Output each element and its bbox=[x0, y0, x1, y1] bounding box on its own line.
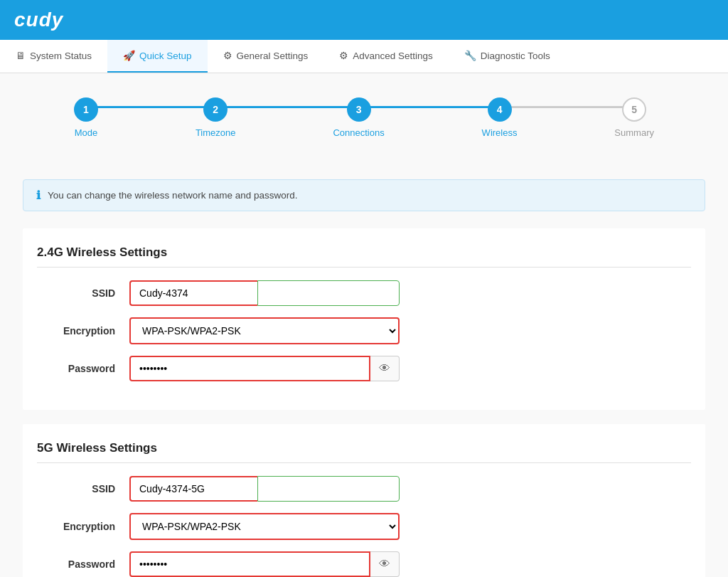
tab-diagnostic-tools[interactable]: 🔧 Diagnostic Tools bbox=[449, 40, 566, 73]
logo: cudy bbox=[14, 9, 63, 31]
step-circle-timezone: 2 bbox=[203, 97, 228, 122]
step-label-summary: Summary bbox=[614, 127, 654, 138]
encryption-5g-row: Encryption WPA-PSK/WPA2-PSK WPA2-PSK WPA… bbox=[37, 513, 691, 540]
password-24g-input[interactable] bbox=[129, 356, 370, 381]
toggle-password-24g-button[interactable]: 👁 bbox=[370, 356, 400, 381]
password-5g-field: 👁 bbox=[129, 551, 400, 577]
general-settings-icon: ⚙ bbox=[223, 50, 232, 61]
section-24g: 2.4G Wireless Settings SSID Encryption W… bbox=[23, 228, 705, 410]
step-wireless[interactable]: 4 Wireless bbox=[482, 97, 518, 138]
section-5g: 5G Wireless Settings SSID Encryption WPA… bbox=[23, 424, 705, 577]
step-mode[interactable]: 1 Mode bbox=[74, 97, 98, 138]
step-timezone[interactable]: 2 Timezone bbox=[196, 97, 236, 138]
ssid-5g-extra-input[interactable] bbox=[257, 476, 400, 502]
encryption-5g-label: Encryption bbox=[37, 521, 129, 532]
section-24g-title: 2.4G Wireless Settings bbox=[37, 245, 691, 268]
step-label-mode: Mode bbox=[75, 127, 98, 138]
step-summary[interactable]: 5 Summary bbox=[614, 97, 654, 138]
password-5g-label: Password bbox=[37, 559, 129, 570]
main-content: 1 Mode 2 Timezone 3 Connections 4 bbox=[0, 73, 728, 577]
tab-general-settings[interactable]: ⚙ General Settings bbox=[208, 40, 324, 73]
info-box: ℹ You can change the wireless network na… bbox=[23, 179, 705, 211]
encryption-5g-field: WPA-PSK/WPA2-PSK WPA2-PSK WPA3-SAE None bbox=[129, 513, 400, 540]
ssid-5g-field bbox=[129, 476, 400, 502]
step-label-wireless: Wireless bbox=[482, 127, 518, 138]
step-circle-summary: 5 bbox=[622, 97, 646, 122]
info-icon: ℹ bbox=[36, 189, 41, 202]
ssid-24g-row: SSID bbox=[37, 280, 691, 306]
diagnostic-tools-icon: 🔧 bbox=[464, 50, 476, 61]
password-5g-input[interactable] bbox=[129, 551, 370, 577]
encryption-5g-select[interactable]: WPA-PSK/WPA2-PSK WPA2-PSK WPA3-SAE None bbox=[129, 513, 400, 540]
steps-container: 1 Mode 2 Timezone 3 Connections 4 bbox=[74, 97, 654, 138]
advanced-settings-icon: ⚙ bbox=[339, 50, 348, 61]
password-24g-row: Password 👁 bbox=[37, 356, 691, 381]
ssid-24g-label: SSID bbox=[37, 287, 129, 299]
tab-quick-setup[interactable]: 🚀 Quick Setup bbox=[107, 40, 208, 73]
ssid-24g-input[interactable] bbox=[129, 280, 257, 306]
password-5g-row: Password 👁 bbox=[37, 551, 691, 577]
eye-24g-icon: 👁 bbox=[379, 362, 390, 375]
encryption-24g-select[interactable]: WPA-PSK/WPA2-PSK WPA2-PSK WPA3-SAE None bbox=[129, 317, 400, 344]
encryption-24g-label: Encryption bbox=[37, 325, 129, 337]
encryption-24g-field: WPA-PSK/WPA2-PSK WPA2-PSK WPA3-SAE None bbox=[129, 317, 400, 344]
progress-steps: 1 Mode 2 Timezone 3 Connections 4 bbox=[23, 90, 705, 159]
ssid-24g-extra-input[interactable] bbox=[257, 280, 400, 306]
step-circle-wireless: 4 bbox=[488, 97, 512, 122]
quick-setup-icon: 🚀 bbox=[123, 50, 135, 61]
step-connections[interactable]: 3 Connections bbox=[333, 97, 384, 138]
ssid-5g-row: SSID bbox=[37, 476, 691, 502]
password-24g-field: 👁 bbox=[129, 356, 400, 381]
step-circle-mode: 1 bbox=[74, 97, 98, 122]
step-label-timezone: Timezone bbox=[196, 127, 236, 138]
nav-tabs: 🖥 System Status 🚀 Quick Setup ⚙ General … bbox=[0, 40, 728, 73]
system-status-icon: 🖥 bbox=[16, 50, 26, 61]
header: cudy bbox=[0, 0, 728, 40]
ssid-5g-input[interactable] bbox=[129, 476, 257, 502]
tab-system-status[interactable]: 🖥 System Status bbox=[0, 40, 107, 73]
ssid-24g-field bbox=[129, 280, 400, 306]
tab-advanced-settings[interactable]: ⚙ Advanced Settings bbox=[323, 40, 449, 73]
step-circle-connections: 3 bbox=[347, 97, 371, 122]
section-5g-title: 5G Wireless Settings bbox=[37, 441, 691, 463]
info-message: You can change the wireless network name… bbox=[48, 190, 297, 201]
step-label-connections: Connections bbox=[333, 127, 384, 138]
toggle-password-5g-button[interactable]: 👁 bbox=[370, 551, 400, 577]
password-24g-label: Password bbox=[37, 363, 129, 374]
ssid-5g-label: SSID bbox=[37, 483, 129, 494]
encryption-24g-row: Encryption WPA-PSK/WPA2-PSK WPA2-PSK WPA… bbox=[37, 317, 691, 344]
eye-5g-icon: 👁 bbox=[379, 558, 390, 571]
